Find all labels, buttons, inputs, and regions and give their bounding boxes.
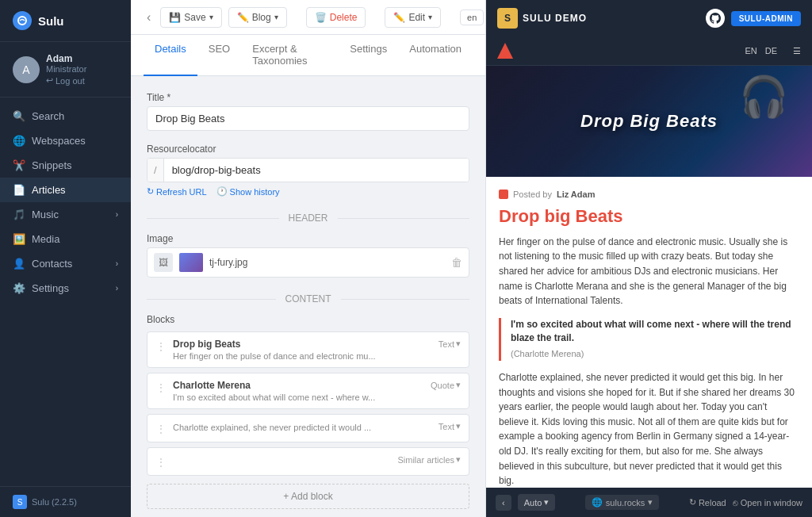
content-section-divider: Content	[147, 293, 469, 304]
admin-badge[interactable]: SULU-ADMIN	[731, 11, 801, 26]
user-section: A Adam Ministrator ↩ Log out	[0, 42, 131, 98]
tab-details[interactable]: Details	[144, 35, 197, 76]
sidebar-item-media[interactable]: 🖼️ Media	[0, 227, 131, 251]
preview-hero: Drop Big Beats 🎧	[486, 66, 812, 177]
settings-icon: ⚙️	[13, 282, 25, 294]
headphones-icon: 🎧	[739, 74, 788, 120]
author-name: Liz Adam	[557, 188, 596, 201]
tab-seo[interactable]: SEO	[197, 35, 241, 76]
article-title: Drop big Beats	[499, 206, 799, 227]
sidebar-item-settings[interactable]: ⚙️ Settings ›	[0, 276, 131, 301]
edit-icon: ✏️	[393, 12, 405, 23]
blocks-container: ⋮ Drop big Beats Her finger on the pulse…	[147, 331, 469, 476]
image-filename: tj-fury.jpg	[209, 257, 451, 268]
block-content-1: Drop big Beats Her finger on the pulse o…	[173, 339, 432, 361]
title-label: Title *	[147, 92, 469, 103]
user-info: Adam Ministrator ↩ Log out	[46, 53, 86, 86]
block-content-2: Charlotte Merena I'm so excited about wh…	[173, 380, 424, 402]
refresh-url-button[interactable]: ↻ Refresh URL	[147, 186, 207, 197]
preview-logo: S SULU DEMO	[497, 8, 587, 29]
preview-back-button[interactable]: ‹	[496, 495, 511, 511]
resource-locator-label: Resourcelocator	[147, 144, 469, 155]
preview-app-header: S SULU DEMO SULU-ADMIN	[486, 0, 812, 36]
github-icon[interactable]	[706, 9, 725, 28]
block-chevron-2: ▾	[456, 380, 461, 390]
block-title-2: Charlotte Merena	[173, 380, 424, 391]
image-label: Image	[147, 233, 469, 244]
media-icon: 🖼️	[13, 233, 25, 245]
blockquote-author: (Charlotte Merena)	[511, 347, 799, 361]
block-preview-1: Her finger on the pulse of dance and ele…	[173, 351, 432, 361]
drag-handle-2[interactable]: ⋮	[155, 380, 167, 394]
lang-en[interactable]: EN	[745, 46, 756, 56]
snippets-icon: ✂️	[13, 159, 25, 171]
preview-site-nav: EN DE ☰	[745, 46, 801, 56]
tab-settings[interactable]: Settings	[339, 35, 398, 76]
save-chevron-icon: ▾	[209, 13, 213, 21]
title-input[interactable]	[147, 106, 469, 131]
image-delete-button[interactable]: 🗑	[451, 256, 462, 269]
header-section-divider: Header	[147, 213, 469, 224]
app-name: Sulu	[38, 14, 64, 28]
sidebar-item-music[interactable]: 🎵 Music ›	[0, 202, 131, 227]
tab-excerpt[interactable]: Excerpt & Taxonomies	[241, 35, 339, 76]
delete-button[interactable]: 🗑️ Delete	[306, 7, 366, 28]
save-button[interactable]: 💾 Save ▾	[160, 7, 221, 28]
url-wrapper: /	[147, 158, 469, 182]
nav-items: 🔍 Search 🌐 Webspaces ✂️ Snippets 📄 Artic…	[0, 98, 131, 486]
url-input[interactable]	[164, 159, 469, 182]
block-chevron-1: ▾	[456, 339, 461, 349]
toolbar: ‹ 💾 Save ▾ ✏️ Blog ▾ 🗑️ Delete ✏️ Edit ▾…	[131, 0, 485, 35]
hamburger-icon[interactable]: ☰	[793, 46, 801, 56]
preview-back-icon: ‹	[502, 498, 505, 507]
editor-area: Title * Resourcelocator / ↻ Refresh URL …	[131, 76, 485, 517]
image-field-group: Image 🖼 tj-fury.jpg 🗑	[147, 233, 469, 278]
show-history-button[interactable]: 🕐 Show history	[216, 186, 280, 197]
title-field-group: Title *	[147, 92, 469, 131]
language-selector[interactable]: en	[460, 10, 484, 25]
drag-handle-4[interactable]: ⋮	[155, 454, 167, 469]
lang-de[interactable]: DE	[765, 46, 777, 56]
chevron-right-icon-3: ›	[116, 284, 118, 293]
open-in-window-button[interactable]: ⎋ Open in window	[733, 498, 802, 507]
block-item-4[interactable]: ⋮ Similar articles ▾	[147, 447, 469, 476]
auto-chevron-icon: ▾	[544, 497, 549, 507]
block-item-3[interactable]: ⋮ Charlotte explained, she never predict…	[147, 414, 469, 442]
block-item-2[interactable]: ⋮ Charlotte Merena I'm so excited about …	[147, 373, 469, 409]
auto-button[interactable]: Auto ▾	[518, 494, 556, 511]
edit-button[interactable]: ✏️ Edit ▾	[385, 7, 441, 28]
main-content: ‹ 💾 Save ▾ ✏️ Blog ▾ 🗑️ Delete ✏️ Edit ▾…	[131, 0, 485, 517]
blog-icon: ✏️	[237, 12, 249, 23]
add-block-button[interactable]: + Add block	[147, 484, 469, 509]
sulu-footer-icon: S	[13, 495, 27, 509]
sidebar-item-articles[interactable]: 📄 Articles	[0, 178, 131, 202]
blog-button[interactable]: ✏️ Blog ▾	[228, 7, 287, 28]
globe-icon: 🌐	[592, 497, 603, 507]
sidebar-item-webspaces[interactable]: 🌐 Webspaces	[0, 128, 131, 153]
user-name: Adam	[46, 53, 86, 64]
sidebar-item-snippets[interactable]: ✂️ Snippets	[0, 153, 131, 178]
author-label: Posted by	[513, 188, 552, 201]
open-icon: ⎋	[733, 498, 738, 507]
back-button[interactable]: ‹	[144, 7, 154, 28]
url-prefix: /	[147, 159, 164, 182]
block-preview-3: Charlotte explained, she never predicted…	[173, 423, 432, 432]
save-icon: 💾	[169, 12, 181, 23]
preview-panel: S SULU DEMO SULU-ADMIN EN DE ☰ Drop Big …	[485, 0, 812, 517]
image-field[interactable]: 🖼 tj-fury.jpg 🗑	[147, 247, 469, 278]
avatar: A	[13, 56, 40, 83]
article-body-2: Charlotte explained, she never predicted…	[499, 370, 799, 488]
sidebar-item-search[interactable]: 🔍 Search	[0, 104, 131, 128]
author-line: Posted by Liz Adam	[499, 188, 799, 201]
drag-handle-1[interactable]: ⋮	[155, 339, 167, 353]
image-icon: 🖼	[154, 253, 173, 272]
sidebar-item-contacts[interactable]: 👤 Contacts ›	[0, 251, 131, 276]
blocks-label: Blocks	[147, 314, 469, 325]
logout-button[interactable]: ↩ Log out	[46, 75, 86, 86]
block-item-1[interactable]: ⋮ Drop big Beats Her finger on the pulse…	[147, 331, 469, 368]
reload-button[interactable]: ↻ Reload	[689, 497, 726, 507]
drag-handle-3[interactable]: ⋮	[155, 421, 167, 435]
preview-site-header: EN DE ☰	[486, 36, 812, 66]
tab-automation[interactable]: Automation	[398, 35, 473, 76]
music-icon: 🎵	[13, 209, 25, 220]
